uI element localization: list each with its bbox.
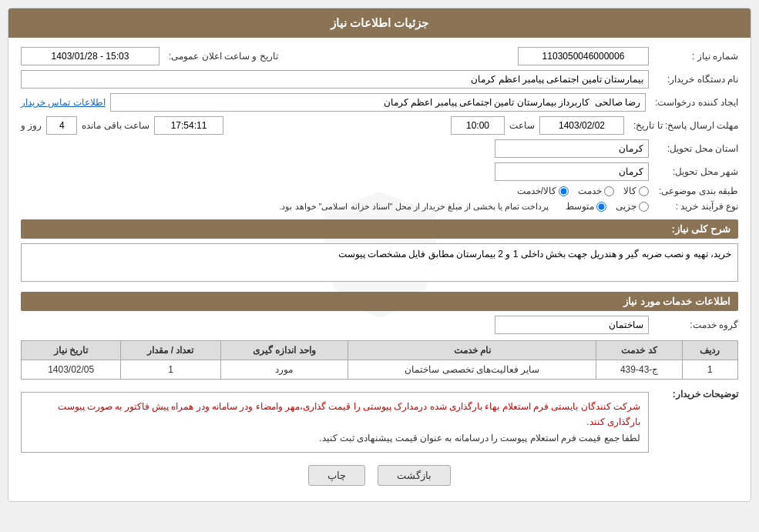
table-header-unit: واحد اندازه گیری <box>220 341 348 360</box>
table-header-count: تعداد / مقدار <box>121 341 220 360</box>
need-number-label: شماره نیاز : <box>653 51 738 62</box>
buyer-note-additional: لطفا جمع قیمت فرم استعلام پیوست را درسام… <box>319 433 640 443</box>
deadline-time-input[interactable] <box>451 116 505 135</box>
buyer-name-input[interactable] <box>21 70 649 89</box>
creator-label: ایجاد کننده درخواست: <box>650 97 738 108</box>
purchase-type-label: نوع فرآیند خرید : <box>653 201 738 212</box>
category-kala-khadamat-radio[interactable] <box>559 186 569 196</box>
contact-link[interactable]: اطلاعات تماس خریدار <box>21 97 106 108</box>
category-khadamat-option[interactable]: خدمت <box>578 186 614 196</box>
category-label: طبقه بندی موضوعی: <box>653 186 738 196</box>
service-group-label: گروه خدمت: <box>653 320 738 330</box>
category-khadamat-radio[interactable] <box>604 186 614 196</box>
description-section-title: شرح کلی نیاز: <box>21 219 738 239</box>
buyer-note-label: توضیحات خریدار: <box>653 386 738 400</box>
purchase-type-motavaset-radio[interactable] <box>596 202 606 212</box>
action-buttons: بازگشت چاپ <box>21 465 738 486</box>
table-header-service-code: کد خدمت <box>596 341 682 360</box>
table-cell-service_name: سایر فعالیت‌های تخصصی ساختمان <box>348 360 596 380</box>
print-button[interactable]: چاپ <box>308 465 365 486</box>
purchase-type-note: پرداخت تمام یا بخشی از مبلغ خریدار از مح… <box>279 202 549 212</box>
buyer-note-black: شرکت کنندگان بایستی فرم استعلام بهاء بار… <box>58 401 640 427</box>
table-row: 1ج-43-439سایر فعالیت‌های تخصصی ساختمانمو… <box>22 360 738 380</box>
purchase-type-jazzi-option[interactable]: جزیی <box>616 201 649 212</box>
province-label: استان محل تحویل: <box>653 143 738 154</box>
deadline-label: مهلت ارسال پاسخ: تا تاریخ: <box>629 120 738 131</box>
service-info-title: اطلاعات خدمات مورد نیاز <box>21 292 738 311</box>
category-kala-khadamat-option[interactable]: کالا/خدمت <box>517 186 569 196</box>
category-kala-option[interactable]: کالا <box>623 186 649 196</box>
deadline-date-input[interactable] <box>539 116 624 135</box>
deadline-time-label: ساعت <box>509 120 535 131</box>
city-label: شهر محل تحویل: <box>653 166 738 177</box>
services-table: ردیف کد خدمت نام خدمت واحد اندازه گیری ت… <box>21 340 738 380</box>
table-cell-row: 1 <box>682 360 737 380</box>
province-input[interactable] <box>495 139 649 158</box>
table-cell-count: 1 <box>121 360 220 380</box>
description-textarea[interactable] <box>21 243 738 282</box>
announcement-date-label: تاریخ و ساعت اعلان عمومی: <box>164 51 278 62</box>
announcement-date-input[interactable] <box>21 47 160 65</box>
buyer-note-box: شرکت کنندگان بایستی فرم استعلام بهاء بار… <box>21 392 649 453</box>
table-header-row: ردیف <box>682 341 737 360</box>
service-group-input[interactable] <box>495 316 649 334</box>
purchase-type-motavaset-option[interactable]: متوسط <box>566 201 606 212</box>
need-number-input[interactable] <box>518 47 649 65</box>
buyer-name-label: نام دستگاه خریدار: <box>653 74 738 85</box>
category-radio-group: کالا خدمت کالا/خدمت <box>517 186 649 196</box>
table-cell-service_code: ج-43-439 <box>596 360 682 380</box>
purchase-type-radio-group: جزیی متوسط پرداخت تمام یا بخشی از مبلغ خ… <box>279 201 649 212</box>
back-button[interactable]: بازگشت <box>378 465 451 486</box>
header-title-text: جزئیات اطلاعات نیاز <box>331 16 428 29</box>
table-header-service-name: نام خدمت <box>348 341 596 360</box>
deadline-days-input[interactable] <box>46 116 77 135</box>
deadline-remaining-input[interactable] <box>154 116 223 135</box>
category-kala-radio[interactable] <box>639 186 649 196</box>
deadline-days-label: روز و <box>21 120 42 131</box>
table-cell-unit: مورد <box>220 360 348 380</box>
table-cell-date: 1403/02/05 <box>22 360 121 380</box>
table-header-date: تاریخ نیاز <box>22 341 121 360</box>
creator-input[interactable] <box>110 93 646 112</box>
page-title: جزئیات اطلاعات نیاز <box>8 8 751 38</box>
deadline-remaining-label: ساعت باقی مانده <box>82 120 149 131</box>
city-input[interactable] <box>495 162 649 181</box>
purchase-type-jazzi-radio[interactable] <box>639 202 649 212</box>
